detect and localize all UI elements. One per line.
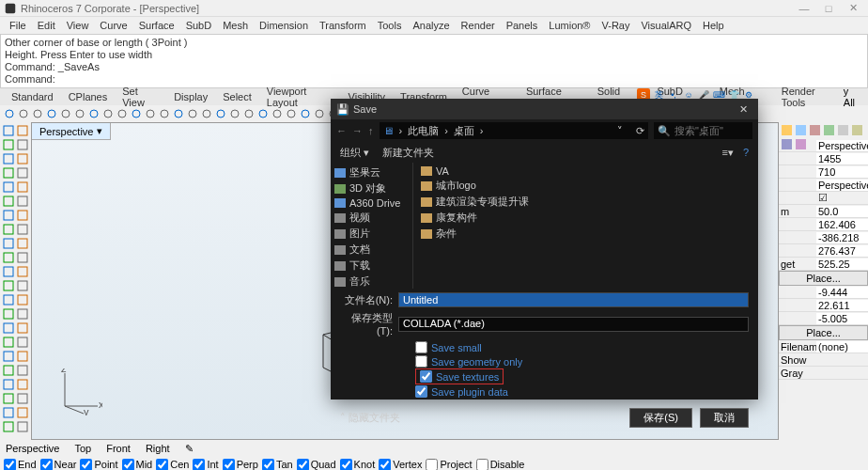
nav-back-button[interactable]: ←	[336, 125, 347, 136]
nav-forward-button[interactable]: →	[352, 125, 363, 136]
refresh-icon[interactable]: ⟳	[636, 125, 644, 137]
tool-button[interactable]	[16, 223, 29, 236]
file-list[interactable]: VA城市logo建筑渲染专项提升课康复构件杂件	[413, 163, 758, 289]
tool-button[interactable]	[2, 209, 15, 222]
tool-button[interactable]	[2, 392, 15, 405]
tool-button[interactable]	[2, 279, 15, 292]
minimize-button[interactable]: —	[798, 3, 810, 14]
tool-button[interactable]	[16, 279, 29, 292]
save-option[interactable]: Save plugin data	[415, 384, 749, 399]
new-folder-button[interactable]: 新建文件夹	[382, 146, 434, 160]
tool-button[interactable]	[2, 378, 15, 391]
tool-button[interactable]	[2, 336, 15, 349]
property-row[interactable]: 22.611	[779, 299, 868, 312]
osnap-point[interactable]: Point	[80, 459, 117, 471]
hide-folders-toggle[interactable]: ˄ 隐藏文件夹	[340, 411, 400, 425]
menu-mesh[interactable]: Mesh	[217, 18, 254, 33]
osnap-cen[interactable]: Cen	[156, 459, 189, 471]
menu-file[interactable]: File	[4, 18, 32, 33]
menu-panels[interactable]: Panels	[501, 18, 544, 33]
property-row[interactable]: get525.25	[779, 258, 868, 271]
viewtab-top[interactable]: Top	[74, 443, 91, 454]
chevron-down-icon[interactable]: ˅	[617, 125, 623, 137]
osnap-end[interactable]: End	[4, 459, 37, 471]
tab-select[interactable]: Select	[215, 89, 259, 104]
viewport-header[interactable]: Perspective ▾	[32, 123, 111, 140]
tool-button[interactable]	[2, 350, 15, 363]
tool-button[interactable]	[2, 307, 15, 321]
folder-tree[interactable]: 坚果云3D 对象A360 Drive视频图片文档下载音乐桌面...	[331, 163, 413, 289]
toolbar-button[interactable]	[88, 108, 100, 119]
menu-help[interactable]: Help	[697, 18, 730, 33]
tool-button[interactable]	[16, 152, 29, 165]
toolbar-button[interactable]	[18, 108, 29, 119]
tool-button[interactable]	[16, 307, 29, 321]
tree-item[interactable]: 音乐	[334, 274, 409, 289]
option-checkbox[interactable]	[420, 370, 432, 383]
osnap-disable[interactable]: Disable	[476, 459, 525, 471]
tab-viewport-layout[interactable]: Viewport Layout	[259, 84, 341, 110]
osnap-vertex[interactable]: Vertex	[379, 459, 422, 471]
tool-button[interactable]	[16, 420, 29, 433]
property-row[interactable]: -386.218	[779, 231, 868, 244]
toolbar-button[interactable]	[229, 108, 240, 119]
tree-item[interactable]: 视频	[334, 210, 409, 226]
tree-item[interactable]: 坚果云	[334, 164, 409, 180]
tool-button[interactable]	[16, 251, 29, 264]
menu-subd[interactable]: SubD	[180, 18, 218, 33]
osnap-knot[interactable]: Knot	[340, 459, 376, 471]
tool-button[interactable]	[2, 251, 15, 264]
tool-button[interactable]	[16, 392, 29, 405]
menu-render[interactable]: Render	[456, 18, 501, 33]
toolbar-button[interactable]	[215, 108, 226, 119]
panel-tab-icon[interactable]	[837, 124, 849, 136]
tool-button[interactable]	[16, 124, 29, 137]
tab-cplanes[interactable]: CPlanes	[61, 89, 116, 104]
property-row[interactable]: -5.005	[779, 312, 868, 325]
panel-tab-icon[interactable]	[809, 124, 821, 136]
osnap-perp[interactable]: Perp	[223, 459, 258, 471]
close-button[interactable]: ✕	[847, 3, 859, 14]
tree-item[interactable]: 图片	[334, 226, 409, 242]
tool-button[interactable]	[2, 321, 15, 335]
viewtab-add[interactable]: ✎	[185, 443, 194, 455]
path-seg[interactable]: 桌面	[454, 124, 474, 138]
file-item[interactable]: 城市logo	[421, 178, 751, 194]
tool-button[interactable]	[2, 223, 15, 236]
menu-visualarq[interactable]: VisualARQ	[635, 18, 697, 33]
panel-tab-icon[interactable]	[823, 124, 835, 136]
tree-item[interactable]: 3D 对象	[334, 180, 409, 196]
tool-button[interactable]	[16, 321, 29, 335]
property-row[interactable]: m50.0	[779, 205, 868, 218]
menu-dimension[interactable]: Dimension	[254, 18, 314, 33]
toolbar-button[interactable]	[60, 108, 71, 119]
toolbar-button[interactable]	[102, 108, 114, 119]
save-button[interactable]: 保存(S)	[629, 408, 692, 428]
filename-input[interactable]	[398, 292, 749, 307]
menu-v-ray[interactable]: V-Ray	[596, 18, 635, 33]
toolbar-button[interactable]	[46, 108, 57, 119]
nav-up-button[interactable]: ↑	[368, 125, 374, 136]
tool-button[interactable]	[16, 265, 29, 278]
view-button[interactable]: ≡▾	[721, 147, 733, 159]
tab-render-tools[interactable]: Render Tools	[774, 84, 844, 110]
chevron-down-icon[interactable]: ▾	[97, 125, 102, 137]
file-item[interactable]: VA	[421, 164, 751, 178]
property-row[interactable]: ☑	[779, 192, 868, 205]
tool-button[interactable]	[2, 180, 15, 194]
dialog-close-button[interactable]: ✕	[734, 103, 752, 116]
tool-button[interactable]	[16, 350, 29, 363]
menu-lumion®[interactable]: Lumion®	[543, 18, 596, 33]
save-option[interactable]: Save geometry only	[415, 354, 749, 368]
save-option[interactable]: Save textures	[415, 368, 504, 384]
tool-button[interactable]	[2, 364, 15, 377]
toolbar-button[interactable]	[4, 108, 15, 119]
tool-button[interactable]	[2, 195, 15, 208]
menu-analyze[interactable]: Analyze	[407, 18, 455, 33]
toolbar-button[interactable]	[201, 108, 212, 119]
tab-standard[interactable]: Standard	[4, 89, 61, 104]
tool-button[interactable]	[2, 152, 15, 165]
property-row[interactable]: -9.444	[779, 286, 868, 299]
tree-item[interactable]: 下载	[334, 258, 409, 274]
panel-tab-icon[interactable]	[851, 124, 863, 136]
